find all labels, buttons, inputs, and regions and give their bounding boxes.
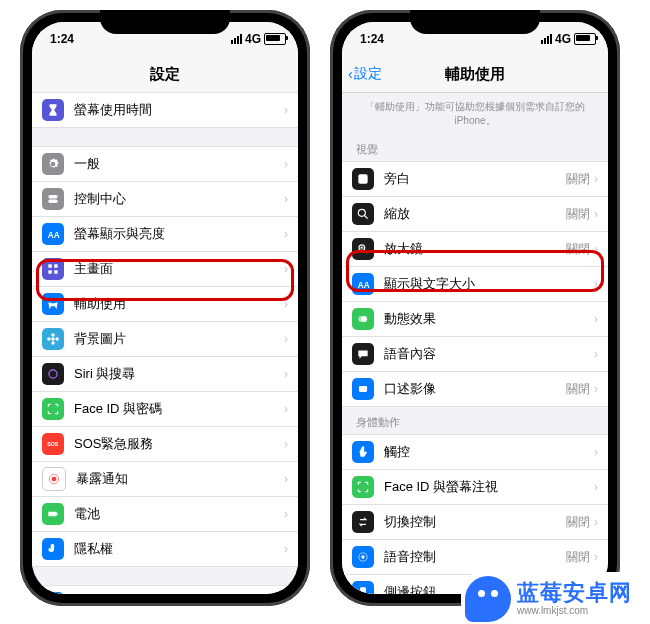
row-magnifier[interactable]: 放大鏡關閉› [342,232,608,267]
svg-rect-22 [358,174,367,183]
row-wallpaper[interactable]: 背景圖片› [32,322,298,357]
chevron-right-icon: › [594,480,598,494]
logo-text-cn: 蓝莓安卓网 [517,582,632,604]
sos-icon: SOS [42,433,64,455]
row-voicecontrol[interactable]: 語音控制關閉› [342,540,608,575]
svg-rect-31 [360,587,366,594]
row-faceid-attention[interactable]: Face ID 與螢幕注視› [342,470,608,505]
section-body: 身體動作 [342,407,608,434]
row-spoken[interactable]: 語音內容› [342,337,608,372]
row-battery[interactable]: 電池› [32,497,298,532]
svg-rect-0 [48,195,57,199]
switches-icon [42,188,64,210]
magnifier-icon [352,238,374,260]
svg-point-12 [55,337,59,341]
row-zoom[interactable]: 縮放關閉› [342,197,608,232]
row-appstore[interactable]: App Store› [32,585,298,594]
row-voiceover[interactable]: 旁白關閉› [342,161,608,197]
row-accessibility[interactable]: 輔助使用› [32,287,298,322]
section-visual: 視覺 [342,134,608,161]
svg-point-27 [358,316,364,322]
svg-rect-18 [57,513,58,515]
row-controlcenter[interactable]: 控制中心› [32,182,298,217]
back-button[interactable]: ‹設定 [348,65,382,83]
svg-point-13 [49,370,57,378]
text-size-icon: AA [42,223,64,245]
exposure-icon [42,467,66,491]
page-title: 輔助使用 [445,65,505,84]
row-exposure[interactable]: 暴露通知› [32,462,298,497]
chevron-right-icon: › [284,157,288,171]
row-display[interactable]: AA 螢幕顯示與亮度› [32,217,298,252]
gear-icon [42,153,64,175]
battery-icon [574,33,596,45]
network-label: 4G [555,32,571,46]
chevron-right-icon: › [594,382,598,396]
row-motion[interactable]: 動態效果› [342,302,608,337]
switch-icon [352,511,374,533]
row-sos[interactable]: SOS SOS緊急服務› [32,427,298,462]
chevron-right-icon: › [594,550,598,564]
chevron-right-icon: › [284,297,288,311]
status-time: 1:24 [44,32,74,46]
motion-icon [352,308,374,330]
touch-icon [352,441,374,463]
navbar-accessibility: ‹設定 輔助使用 [342,56,608,93]
watermark-logo: 蓝莓安卓网 www.lmkjst.com [461,572,640,624]
sidebutton-icon [352,581,374,594]
row-screentime[interactable]: 螢幕使用時間› [32,92,298,128]
chevron-right-icon: › [284,367,288,381]
svg-rect-5 [48,270,52,274]
battery-icon [42,503,64,525]
svg-point-9 [51,333,55,337]
chevron-right-icon: › [594,347,598,361]
phone-left: 1:24 4G 設定 螢幕使用時間› 一般› [20,10,310,606]
battery-icon [264,33,286,45]
hourglass-icon [42,99,64,121]
page-description: 「輔助使用」功能可協助您根據個別需求自訂您的iPhone。 [342,92,608,134]
chevron-right-icon: › [284,192,288,206]
chevron-right-icon: › [284,402,288,416]
notch [100,10,230,34]
signal-icon [231,34,242,44]
chevron-right-icon: › [284,103,288,117]
page-title: 設定 [150,65,180,84]
signal-icon [541,34,552,44]
faceid-icon [352,476,374,498]
chevron-right-icon: › [284,437,288,451]
row-touch[interactable]: 觸控› [342,434,608,470]
flower-icon [42,328,64,350]
svg-point-15 [52,477,57,482]
chevron-right-icon: › [594,312,598,326]
row-textsize[interactable]: AA 顯示與文字大小› [342,267,608,302]
logo-icon [465,576,511,622]
svg-rect-28 [359,386,367,392]
row-general[interactable]: 一般› [32,146,298,182]
svg-point-11 [47,337,51,341]
row-faceid[interactable]: Face ID 與密碼› [32,392,298,427]
svg-point-7 [52,299,54,301]
voiceover-icon [352,168,374,190]
row-siri[interactable]: Siri 與搜尋› [32,357,298,392]
text-size-icon: AA [352,273,374,295]
notch [410,10,540,34]
chevron-right-icon: › [594,277,598,291]
row-privacy[interactable]: 隱私權› [32,532,298,567]
chevron-right-icon: › [594,445,598,459]
row-audiodesc[interactable]: 口述影像關閉› [342,372,608,407]
row-switchcontrol[interactable]: 切換控制關閉› [342,505,608,540]
chevron-right-icon: › [594,242,598,256]
chevron-right-icon: › [284,542,288,556]
chevron-left-icon: ‹ [348,66,353,82]
svg-point-8 [51,337,55,341]
zoom-icon [352,203,374,225]
svg-rect-4 [54,264,58,268]
status-time: 1:24 [354,32,384,46]
appstore-icon [42,592,64,594]
row-homescreen[interactable]: 主畫面› [32,252,298,287]
svg-point-29 [361,555,365,559]
speech-icon [352,343,374,365]
network-label: 4G [245,32,261,46]
faceid-icon [42,398,64,420]
svg-rect-1 [48,200,57,204]
